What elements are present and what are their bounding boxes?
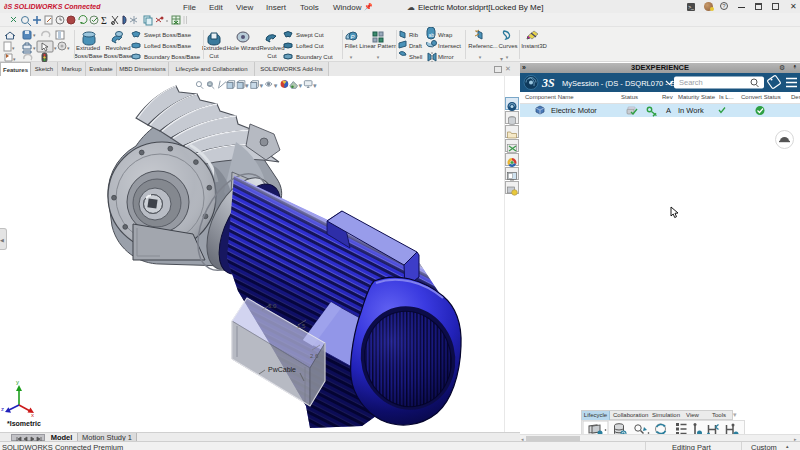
svg-text:P: P bbox=[351, 34, 355, 40]
svg-text:▾: ▾ bbox=[54, 45, 57, 51]
svg-text:MySession - (DS - DSQRL070 - E: MySession - (DS - DSQRL070 - E... bbox=[562, 79, 681, 88]
svg-text:ab: ab bbox=[429, 32, 435, 38]
svg-text:1.5: 1.5 bbox=[297, 323, 306, 329]
svg-text:2.6: 2.6 bbox=[310, 353, 319, 359]
svg-text:z: z bbox=[1, 406, 4, 412]
svg-text:x: x bbox=[31, 412, 34, 418]
svg-text:Σ: Σ bbox=[101, 15, 107, 26]
svg-text:3S: 3S bbox=[541, 76, 555, 90]
svg-text:▾: ▾ bbox=[33, 32, 36, 38]
svg-text:PwCable: PwCable bbox=[268, 366, 296, 373]
svg-text:Search: Search bbox=[679, 78, 703, 87]
svg-text:▾: ▾ bbox=[33, 45, 36, 51]
svg-text:▾: ▾ bbox=[12, 45, 15, 51]
svg-text:3.0: 3.0 bbox=[268, 303, 277, 309]
svg-text:y: y bbox=[16, 379, 19, 385]
